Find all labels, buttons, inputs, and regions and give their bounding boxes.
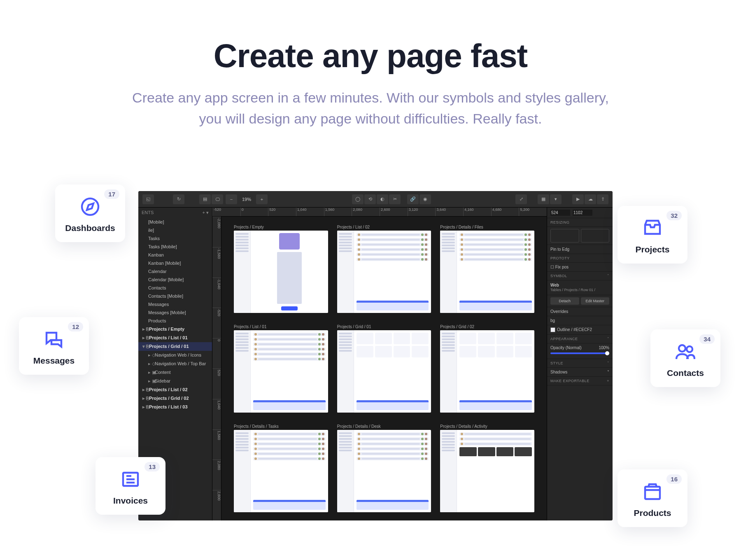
ruler-horizontal: -52005201,0401,5602,0802,6003,1203,6404,… <box>212 208 547 217</box>
tool-scissors-icon[interactable]: ✂ <box>389 194 401 204</box>
resize-control[interactable] <box>581 229 610 243</box>
tool-select-icon[interactable]: ◱ <box>142 194 154 204</box>
news-icon <box>120 469 141 490</box>
layer-item[interactable]: ▾ ⎘Projects / Grid / 01 <box>138 342 212 351</box>
layer-item[interactable]: Contacts <box>138 284 212 292</box>
artboard-label: Projects / Grid / 01 <box>337 324 431 329</box>
editor-toolbar: ◱ ↻ ▤ 🖵 − 19% + ◯ ⟲ ◐ ✂ 🔗 ◉ ⤢ ▦ ▾ ▶ <box>138 191 613 208</box>
width-field[interactable] <box>550 210 570 216</box>
height-field[interactable] <box>573 210 592 216</box>
color-override[interactable]: Outline / #ECECF2 <box>547 325 613 335</box>
svg-point-0 <box>82 198 98 215</box>
tool-dropdown-icon[interactable]: ▾ <box>550 194 562 204</box>
opacity-slider[interactable] <box>550 352 609 354</box>
card-badge: 17 <box>104 189 119 199</box>
zoom-level[interactable]: 19% <box>240 197 254 202</box>
layer-item[interactable]: Tasks [Mobile] <box>138 243 212 251</box>
layer-item[interactable]: Messages [Mobile] <box>138 308 212 317</box>
compass-icon <box>79 196 101 217</box>
layer-item[interactable]: ▸ ▣Content <box>138 368 212 377</box>
inspector-panel[interactable]: RESIZING Pin to Edg PROTOTY ☐ Fix pos SY… <box>547 208 613 520</box>
prototyping-section: PROTOTY <box>547 254 613 263</box>
artboard[interactable]: Projects / Details / Activity <box>440 424 534 512</box>
add-layer-icon[interactable]: + ▾ <box>203 210 209 215</box>
artboard-label: Projects / Details / Activity <box>440 424 534 429</box>
card-badge: 13 <box>144 462 160 471</box>
layer-item[interactable]: Kanban [Mobile] <box>138 259 212 267</box>
card-products[interactable]: 16 Products <box>618 469 687 527</box>
tool-expand-icon[interactable]: ⤢ <box>515 194 527 204</box>
artboard-label: Projects / Details / Tasks <box>234 424 328 429</box>
layer-item[interactable]: Calendar <box>138 267 212 275</box>
layer-item[interactable]: [Mobile] <box>138 218 212 226</box>
tool-layout-icon[interactable]: ▤ <box>199 194 211 204</box>
layer-item[interactable]: ile] <box>138 226 212 234</box>
shadows-row[interactable]: Shadows˅ <box>547 368 613 377</box>
tool-link-icon[interactable]: 🔗 <box>407 194 419 204</box>
artboard[interactable]: Projects / List / 02 <box>337 225 431 313</box>
detach-button[interactable]: Detach <box>550 297 579 305</box>
layer-item[interactable]: ▸ ◇Navigation Web / Icons <box>138 351 212 359</box>
pin-control[interactable] <box>550 229 579 243</box>
artboard[interactable]: Projects / Grid / 02 <box>440 324 534 413</box>
layer-item[interactable]: Tasks <box>138 234 212 243</box>
artboard[interactable]: Projects / Details / Desk <box>337 424 431 512</box>
artboard[interactable]: Projects / Empty <box>234 225 328 313</box>
hero-subtitle: Create any app screen in a few minutes. … <box>0 87 741 129</box>
card-projects[interactable]: 32 Projects <box>618 206 687 264</box>
bg-override[interactable]: bg <box>547 316 613 325</box>
edit-master-button[interactable]: Edit Master <box>581 297 610 305</box>
layer-item[interactable]: Products <box>138 317 212 325</box>
share-icon[interactable]: ⇪ <box>597 194 608 204</box>
artboard[interactable]: Projects / Details / Tasks <box>234 424 328 512</box>
tool-mask-icon[interactable]: ◐ <box>377 194 388 204</box>
canvas[interactable]: -52005201,0401,5602,0802,6003,1203,6404,… <box>212 208 547 520</box>
tool-rotate-icon[interactable]: ⟲ <box>364 194 376 204</box>
layer-item[interactable]: ▸ ▣Sidebar <box>138 377 212 385</box>
tool-display-icon[interactable]: 🖵 <box>212 194 223 204</box>
export-section[interactable]: MAKE EXPORTABLE+ <box>547 377 613 385</box>
layer-item[interactable]: ▸ ⎘Projects / List / 02 <box>138 385 212 394</box>
layer-item[interactable]: ▸ ⎘Projects / Empty <box>138 325 212 334</box>
play-icon[interactable]: ▶ <box>572 194 584 204</box>
svg-rect-8 <box>645 487 660 499</box>
hero-title: Create any page fast <box>0 37 741 75</box>
opacity-label: Opacity (Normal) <box>550 345 582 350</box>
tool-library-icon[interactable]: ▦ <box>538 194 549 204</box>
artboard[interactable]: Projects / Details / Files <box>440 225 534 313</box>
opacity-value: 100% <box>599 345 609 350</box>
card-badge: 32 <box>666 211 682 220</box>
layers-panel-title: ENTS <box>142 210 154 215</box>
layer-item[interactable]: Contacts [Mobile] <box>138 292 212 300</box>
package-icon <box>642 481 663 502</box>
card-messages[interactable]: 12 Messages <box>19 317 89 375</box>
pin-to-edge[interactable]: Pin to Edg <box>547 245 613 254</box>
symbol-name: Web <box>550 282 609 288</box>
card-dashboards[interactable]: 17 Dashboards <box>55 184 125 242</box>
layer-item[interactable]: ▸ ◇Navigation Web / Top Bar <box>138 359 212 368</box>
tool-sync-icon[interactable]: ↻ <box>173 194 184 204</box>
symbol-section: SYMBOL˅ <box>547 272 613 280</box>
appearance-section: APPEARANCE˅ <box>547 335 613 343</box>
card-invoices[interactable]: 13 Invoices <box>96 457 165 515</box>
layer-item[interactable]: Messages <box>138 300 212 308</box>
svg-point-3 <box>687 346 692 352</box>
users-icon <box>675 341 696 362</box>
artboard[interactable]: Projects / List / 01 <box>234 324 328 413</box>
fix-position-checkbox[interactable]: ☐ Fix pos <box>550 265 569 269</box>
tool-hotspot-icon[interactable]: ◉ <box>419 194 431 204</box>
artboard-label: Projects / Grid / 02 <box>440 324 534 329</box>
layer-item[interactable]: Kanban <box>138 251 212 259</box>
zoom-in-button[interactable]: + <box>256 194 268 204</box>
svg-point-2 <box>679 345 685 352</box>
layer-item[interactable]: ▸ ⎘Projects / List / 01 <box>138 334 212 342</box>
layer-item[interactable]: Calendar [Mobile] <box>138 275 212 284</box>
tool-union-icon[interactable]: ◯ <box>352 194 364 204</box>
layer-item[interactable]: ▸ ⎘Projects / List / 03 <box>138 403 212 411</box>
zoom-out-button[interactable]: − <box>226 194 237 204</box>
card-contacts[interactable]: 34 Contacts <box>650 329 720 387</box>
chat-icon <box>43 329 65 350</box>
layer-item[interactable]: ▸ ⎘Projects / Grid / 02 <box>138 394 212 403</box>
artboard[interactable]: Projects / Grid / 01 <box>337 324 431 413</box>
cloud-icon[interactable]: ☁ <box>585 194 596 204</box>
